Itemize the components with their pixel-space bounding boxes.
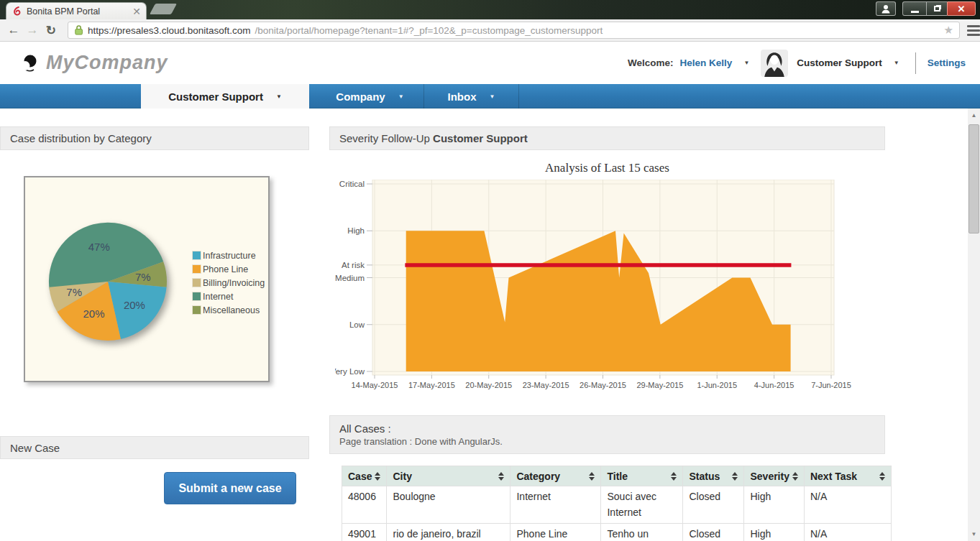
url-domain: https://presales3.cloud.bonitasoft.com (88, 25, 251, 36)
column-header-label: Next Task (810, 471, 857, 482)
bookmark-star-icon[interactable]: ★ (944, 24, 953, 37)
scrollbar-thumb[interactable] (968, 124, 979, 233)
forward-icon[interactable]: → (23, 23, 42, 37)
chevron-down-icon[interactable]: ▼ (743, 60, 749, 66)
x-axis-label: 26-May-2015 (580, 381, 626, 389)
y-axis-label: Critical (339, 180, 365, 188)
nav-tab-label: Customer Support (168, 91, 263, 103)
bonita-favicon (12, 6, 22, 17)
maximize-button[interactable] (927, 1, 947, 16)
company-logo-icon (19, 52, 40, 74)
legend-color-swatch (192, 292, 201, 301)
sort-icon[interactable] (671, 472, 677, 481)
browser-toolbar: ← → ↻ https://presales3.cloud.bonitasoft… (0, 19, 980, 42)
legend-item: Infrastructure (192, 249, 265, 262)
scroll-up-icon[interactable]: ▲ (968, 110, 980, 121)
minimize-button[interactable] (902, 1, 927, 16)
table-cell: N/A (804, 486, 891, 524)
legend-label: Infrastructure (203, 251, 256, 261)
new-tab-button[interactable] (150, 4, 177, 14)
browser-window: Bonita BPM Portal ✕ ✕ ← → ↻ (0, 0, 980, 541)
sort-icon[interactable] (732, 472, 738, 481)
company-logo[interactable]: MyCompany (19, 52, 168, 74)
legend-label: Miscellaneous (203, 305, 260, 315)
scroll-down-icon[interactable]: ▼ (968, 529, 980, 540)
pie-slice-label: 20% (124, 299, 145, 311)
maximize-icon (934, 6, 940, 11)
column-header-next-task[interactable]: Next Task (804, 466, 891, 486)
menu-icon[interactable] (967, 25, 980, 36)
table-cell: Souci avec Internet (601, 486, 683, 524)
tab-close-icon[interactable]: ✕ (132, 6, 141, 17)
user-name-link[interactable]: Helen Kelly (680, 57, 733, 68)
avatar[interactable] (761, 50, 788, 77)
legend-color-swatch (192, 305, 201, 315)
close-icon: ✕ (958, 4, 966, 14)
browser-tab-strip: Bonita BPM Portal ✕ ✕ (0, 0, 980, 19)
legend-label: Internet (203, 292, 233, 302)
legend-item: Billing/Invoicing (192, 276, 265, 290)
column-header-category[interactable]: Category (510, 466, 601, 486)
legend-color-swatch (192, 264, 201, 274)
table-cell: Closed (683, 524, 744, 541)
area-chart-title: Analysis of Last 15 cases (329, 161, 885, 175)
table-cell: Internet (510, 486, 601, 524)
x-axis-label: 23-May-2015 (523, 381, 569, 389)
table-row: 48006BoulogneInternetSouci avec Internet… (342, 486, 892, 524)
sort-icon[interactable] (589, 472, 595, 481)
back-icon[interactable]: ← (4, 23, 23, 37)
table-cell: Phone Line (510, 524, 601, 541)
x-axis-label: 20-May-2015 (465, 381, 512, 389)
new-case-panel-heading: New Case (0, 436, 309, 459)
padlock-icon (74, 24, 83, 36)
chevron-down-icon[interactable]: ▼ (894, 60, 899, 66)
pie-slice-label: 47% (88, 241, 110, 253)
nav-tab-label: Inbox (448, 91, 477, 103)
sort-icon[interactable] (498, 472, 504, 481)
sort-icon[interactable] (879, 472, 885, 481)
legend-item: Phone Line (192, 262, 265, 276)
pie-panel-title: Case distribution by Category (10, 132, 152, 144)
profile-label: Customer Support (797, 57, 882, 68)
x-axis-label: 14-May-2015 (352, 381, 398, 389)
vertical-scrollbar[interactable]: ▲ ▼ (968, 108, 980, 541)
y-axis-label: Low (349, 320, 365, 329)
settings-link[interactable]: Settings (928, 57, 966, 68)
table-cell: Boulogne (387, 486, 510, 524)
x-axis-label: 17-May-2015 (408, 381, 455, 389)
company-logo-text: MyCompany (46, 52, 168, 74)
pie-slice-label: 7% (135, 271, 151, 283)
legend-color-swatch (192, 251, 201, 260)
column-header-case[interactable]: Case (342, 466, 387, 486)
y-axis-label: At risk (342, 261, 365, 269)
column-header-city[interactable]: City (387, 466, 510, 486)
x-axis-label: 29-May-2015 (636, 381, 683, 389)
pie-legend: InfrastructurePhone LineBilling/Invoicin… (192, 249, 265, 317)
pie-chart-box: 47%7%20%20%7% InfrastructurePhone LineBi… (24, 176, 270, 382)
reload-icon[interactable]: ↻ (42, 23, 60, 38)
column-header-status[interactable]: Status (683, 466, 744, 486)
table-cell: rio de janeiro, brazil (387, 524, 510, 541)
browser-tab[interactable]: Bonita BPM Portal ✕ (6, 2, 147, 19)
y-axis-label: High (347, 226, 365, 235)
table-cell: High (744, 524, 804, 541)
column-header-title[interactable]: Title (601, 466, 683, 486)
cases-table: CaseCityCategoryTitleStatusSeverityNext … (342, 466, 892, 541)
user-avatar-icon (761, 50, 788, 77)
chevron-down-icon: ▼ (490, 93, 495, 100)
sort-icon[interactable] (375, 472, 380, 481)
sort-icon[interactable] (792, 472, 798, 481)
url-bar[interactable]: https://presales3.cloud.bonitasoft.com/b… (68, 22, 960, 39)
y-axis-label: Medium (335, 274, 365, 282)
legend-label: Billing/Invoicing (203, 278, 265, 288)
y-axis-label: Very Low (335, 367, 365, 376)
column-header-label: City (393, 471, 411, 482)
nav-tab-company[interactable]: Company ▼ (316, 84, 424, 108)
profile-button[interactable] (876, 1, 896, 16)
nav-tab-customer-support[interactable]: Customer Support ▼ (141, 84, 309, 108)
close-button[interactable]: ✕ (947, 1, 976, 16)
submit-new-case-button[interactable]: Submit a new case (164, 472, 296, 504)
all-cases-panel-heading: All Cases : Page translation : Done with… (329, 415, 885, 454)
column-header-severity[interactable]: Severity (744, 466, 804, 486)
nav-tab-inbox[interactable]: Inbox ▼ (424, 84, 519, 108)
